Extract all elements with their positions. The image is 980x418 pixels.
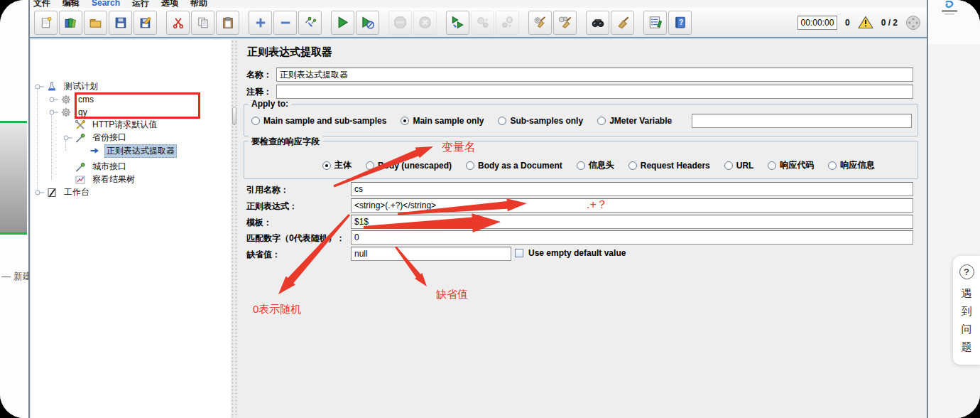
name-input[interactable]: [276, 68, 913, 82]
tree-connector: [51, 115, 52, 180]
apply-to-radio-Main sample only[interactable]: Main sample only: [401, 116, 484, 126]
tree-node-label: 察看结果树: [90, 173, 137, 186]
response-field-radio-响应信息[interactable]: 响应信息: [828, 159, 874, 171]
tree-node-测试计划[interactable]: 测试计划: [34, 80, 100, 93]
remote-status-icon[interactable]: [905, 15, 921, 31]
help-button[interactable]: ?: [668, 11, 692, 35]
comment-input[interactable]: [276, 85, 913, 99]
tree-node-省份接口[interactable]: 省份接口: [62, 132, 129, 144]
reference-name-input[interactable]: [351, 182, 913, 196]
function-helper-button[interactable]: [643, 11, 667, 35]
clear-all-button[interactable]: [553, 11, 577, 35]
remove-icon: [279, 16, 292, 29]
sampler-dropper-icon: [75, 161, 86, 173]
menu-item-选项[interactable]: 选项: [161, 0, 178, 6]
radio-label: URL: [736, 161, 754, 171]
menu-item-Search[interactable]: Search: [92, 0, 120, 6]
tree-expand-handle-icon[interactable]: [48, 94, 59, 105]
new-file-button[interactable]: [34, 11, 58, 35]
split-divider[interactable]: [231, 40, 238, 418]
toolbar-group: [249, 11, 323, 35]
radio-button-icon: [768, 161, 776, 170]
menu-item-文件[interactable]: 文件: [33, 0, 50, 6]
response-field-radio-URL[interactable]: URL: [724, 161, 754, 171]
menu-item-运行[interactable]: 运行: [132, 0, 149, 6]
tree-expand-handle-icon[interactable]: [34, 81, 45, 92]
tree-node-cms[interactable]: cms: [48, 93, 96, 106]
response-field-radio-Body (unescaped)[interactable]: Body (unescaped): [366, 161, 452, 171]
match-number-input[interactable]: [351, 230, 913, 245]
tree-node-察看结果树[interactable]: 察看结果树: [62, 173, 137, 186]
open-file-button[interactable]: [84, 11, 107, 35]
radio-label: 信息头: [589, 159, 614, 171]
radio-label: JMeter Variable: [609, 116, 672, 126]
log-error-count[interactable]: 0: [845, 18, 850, 28]
clear-button[interactable]: [528, 11, 552, 35]
radio-button-icon: [401, 117, 409, 125]
templates-button[interactable]: [59, 11, 82, 35]
add-button[interactable]: [249, 11, 272, 35]
remote-stop-all-icon: [476, 16, 489, 29]
svg-text:?: ?: [679, 18, 683, 26]
remote-start-all-button[interactable]: [446, 11, 469, 35]
tree-node-label: qy: [76, 107, 89, 118]
paste-button[interactable]: [216, 11, 239, 35]
tree-expand-handle-icon[interactable]: [34, 187, 45, 198]
tree-node-HTTP请求默认值[interactable]: HTTP请求默认值: [62, 119, 159, 132]
thread-group-gear-icon: [60, 107, 72, 118]
extractor-arrow-icon: [89, 145, 100, 156]
cut-icon: [172, 16, 185, 29]
response-field-radio-响应代码[interactable]: 响应代码: [768, 159, 814, 171]
toolbar-group: [446, 11, 521, 35]
menu-item-帮助[interactable]: 帮助: [190, 0, 207, 6]
response-field-group: 要检查的响应字段 主体Body (unescaped)Body as a Doc…: [244, 141, 918, 179]
menu-item-编辑[interactable]: 编辑: [62, 0, 80, 6]
use-empty-default-checkbox[interactable]: [515, 249, 523, 257]
remove-button[interactable]: [273, 11, 297, 35]
start-button[interactable]: [331, 11, 354, 35]
template-row: 模板：: [246, 215, 913, 229]
search-button[interactable]: [586, 11, 609, 35]
paste-icon: [222, 16, 234, 29]
help-widget[interactable]: ? 遇到问题: [953, 256, 980, 365]
tree-node-qy[interactable]: qy: [48, 106, 89, 119]
warning-triangle-icon[interactable]: [858, 16, 873, 29]
response-field-radio-主体[interactable]: 主体: [322, 159, 352, 171]
question-circle-icon: ?: [959, 264, 974, 279]
tree-node-城市接口[interactable]: 城市接口: [62, 161, 129, 173]
stop-icon: STOP: [393, 16, 407, 29]
reference-name-row: 引用名称：: [246, 182, 913, 196]
cut-button[interactable]: [166, 11, 190, 35]
background-image-strip: [0, 121, 27, 235]
default-value-input[interactable]: [351, 247, 511, 261]
response-field-radio-Body as a Document[interactable]: Body as a Document: [466, 161, 562, 171]
save-as-button[interactable]: [134, 11, 157, 35]
apply-to-radio-Main sample and sub-samples[interactable]: Main sample and sub-samples: [251, 116, 386, 126]
toolbar-status-cluster: 00:00:00 0 0 / 2: [797, 15, 921, 31]
apply-to-radio-JMeter Variable[interactable]: JMeter Variable: [597, 116, 672, 126]
test-plan-tree: 测试计划cmsqyHTTP请求默认值省份接口正则表达式提取器城市接口察看结果树工…: [31, 40, 231, 418]
toggle-timers-button[interactable]: [298, 11, 322, 35]
regular-expression-input[interactable]: [351, 198, 913, 213]
search-reset-button[interactable]: [611, 11, 634, 35]
response-field-radio-信息头[interactable]: 信息头: [577, 159, 614, 171]
copy-button[interactable]: [191, 11, 214, 35]
test-plan-flask-icon: [46, 81, 58, 92]
save-button[interactable]: [109, 11, 132, 35]
radio-button-icon: [597, 117, 606, 125]
toolbar-group: [586, 11, 636, 35]
response-field-radio-Request Headers[interactable]: Request Headers: [628, 161, 710, 171]
start-no-pauses-button[interactable]: [356, 11, 379, 35]
search-icon: [591, 16, 605, 29]
radio-label: 主体: [334, 159, 352, 171]
apply-to-radio-Sub-samples only[interactable]: Sub-samples only: [498, 116, 583, 126]
apply-to-group-title: Apply to:: [249, 99, 291, 109]
tree-node-正则表达式提取器[interactable]: 正则表达式提取器: [77, 144, 177, 157]
radio-button-icon: [498, 117, 506, 125]
add-icon: [254, 16, 267, 29]
template-input[interactable]: [351, 215, 913, 229]
tree-node-工作台[interactable]: 工作台: [34, 186, 92, 199]
tree-expand-handle-icon[interactable]: [48, 107, 59, 118]
jmeter-variable-input[interactable]: [692, 114, 912, 128]
tree-expand-handle-icon[interactable]: [62, 132, 73, 144]
